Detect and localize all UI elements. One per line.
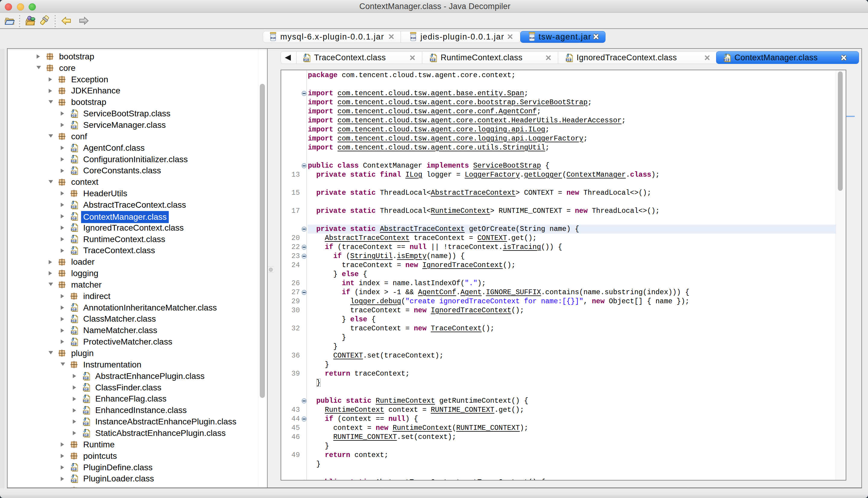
- svg-text:010: 010: [83, 388, 89, 391]
- svg-text:010: 010: [71, 114, 77, 118]
- svg-text:010: 010: [71, 148, 77, 152]
- svg-text:010: 010: [83, 422, 89, 425]
- svg-text:010: 010: [71, 228, 77, 232]
- svg-text:010: 010: [71, 217, 77, 220]
- svg-text:010: 010: [71, 468, 77, 471]
- svg-text:010: 010: [71, 319, 77, 323]
- svg-text:010: 010: [83, 433, 89, 437]
- svg-text:010: 010: [411, 37, 416, 40]
- svg-text:010: 010: [529, 37, 534, 40]
- svg-text:010: 010: [71, 251, 77, 254]
- svg-text:010: 010: [71, 205, 77, 209]
- svg-text:010: 010: [270, 37, 276, 40]
- svg-text:010: 010: [71, 479, 77, 483]
- svg-text:010: 010: [71, 308, 77, 311]
- svg-text:010: 010: [71, 126, 77, 129]
- svg-text:010: 010: [71, 331, 77, 334]
- svg-text:010: 010: [71, 342, 77, 346]
- svg-text:010: 010: [71, 239, 77, 243]
- svg-text:010: 010: [83, 399, 89, 403]
- svg-text:010: 010: [71, 171, 77, 174]
- svg-text:010: 010: [83, 410, 89, 414]
- svg-text:010: 010: [71, 159, 77, 163]
- svg-text:010: 010: [83, 376, 89, 380]
